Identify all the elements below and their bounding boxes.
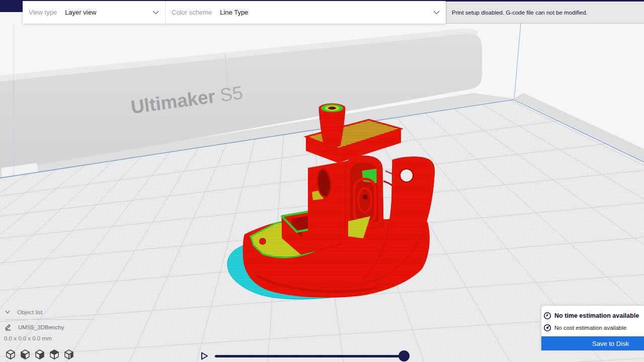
pencil-icon [4, 324, 12, 331]
menu-chip[interactable] [0, 0, 23, 12]
view-top-icon[interactable] [34, 349, 45, 360]
view-right-icon[interactable] [63, 349, 74, 360]
object-list-item-name: UMS5_3DBenchy [18, 324, 64, 330]
object-list-header[interactable]: Object list [4, 308, 100, 317]
view-type-value: Layer view [65, 9, 96, 16]
benchy-bollard [260, 238, 266, 244]
notice-text: Print setup disabled. G-code file can no… [452, 10, 588, 16]
time-estimate-text: No time estimation available [554, 312, 639, 319]
clock-icon [543, 312, 551, 320]
cost-estimate-text: No cost estimation available [554, 325, 626, 331]
chevron-down-icon [433, 11, 440, 15]
object-list-item[interactable]: UMS5_3DBenchy [4, 323, 100, 332]
benchy-arch [345, 156, 383, 238]
time-estimate-row: No time estimation available [541, 310, 644, 322]
color-scheme-value: Line Type [220, 9, 248, 16]
simulation-slider-handle[interactable] [398, 350, 410, 361]
view-type-label: View type [29, 9, 57, 16]
cura-preview-window: { "toolbar": { "view_type_label": "View … [0, 0, 644, 362]
view-type-dropdown[interactable]: View type Layer view [23, 1, 165, 24]
object-list-title: Object list [17, 309, 43, 315]
view-3d-icon[interactable] [5, 349, 16, 360]
chevron-down-icon [4, 309, 11, 315]
preview-toolbar: View type Layer view Color scheme Line T… [23, 1, 446, 24]
play-button[interactable] [200, 351, 209, 360]
cost-estimate-row: No cost estimation available [541, 322, 644, 334]
object-dimensions: 0.0 x 0.0 x 0.0 mm [4, 335, 100, 341]
save-to-disk-button[interactable]: Save to Disk [541, 336, 644, 350]
view-front-icon[interactable] [20, 349, 31, 360]
color-scheme-label: Color scheme [172, 9, 212, 16]
simulation-slider-track[interactable] [215, 355, 404, 357]
chevron-down-icon [152, 11, 159, 15]
color-scheme-dropdown[interactable]: Color scheme Line Type [166, 1, 446, 24]
camera-view-buttons [5, 349, 74, 360]
view-left-icon[interactable] [49, 349, 60, 360]
object-list-divider [5, 319, 94, 320]
print-estimates-panel: No time estimation available No cost est… [541, 305, 644, 350]
benchy-cabin [308, 161, 347, 237]
cost-coin-icon [543, 324, 551, 332]
object-list-panel: Object list UMS5_3DBenchy 0.0 x 0.0 x 0.… [4, 308, 100, 341]
gcode-disabled-notice: Print setup disabled. G-code file can no… [446, 2, 644, 24]
